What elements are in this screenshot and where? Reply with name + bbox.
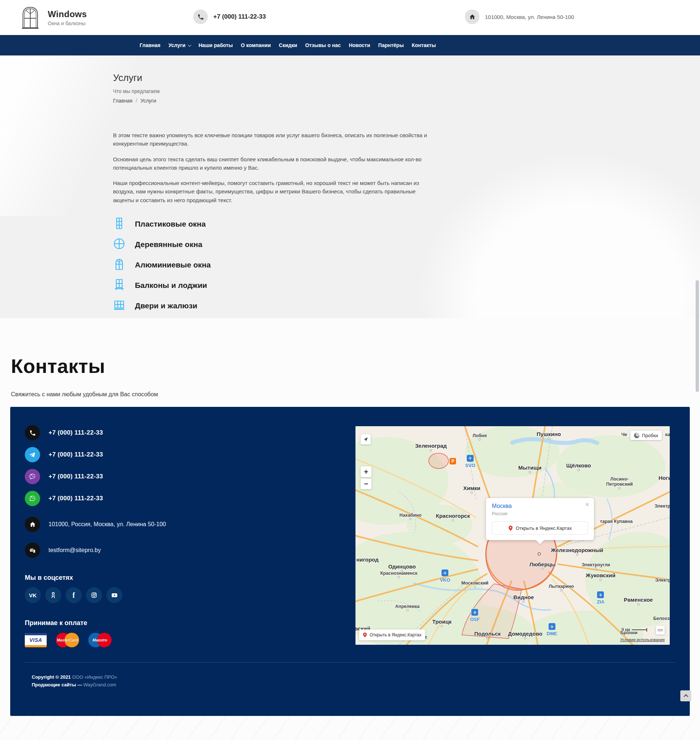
payment-title: Принимае к оплате	[25, 619, 265, 627]
viber-icon	[25, 469, 40, 484]
arch-window-icon	[113, 258, 125, 272]
nav-item-home[interactable]: Главная	[135, 42, 165, 48]
nav-item-contacts[interactable]: Контакты	[407, 42, 440, 48]
map-poi-badge: Р	[449, 458, 456, 465]
footer-copyright: Copyright © 2021 ООО «Индекс ПРО» Продаю…	[32, 673, 117, 689]
header-phone-number: +7 (000) 111-22-33	[213, 13, 266, 21]
close-icon[interactable]: ✕	[585, 501, 590, 508]
nav-item-partners[interactable]: Парнтёры	[374, 42, 407, 48]
map-city-label: нигород	[356, 556, 378, 563]
map-pin-icon	[508, 525, 513, 531]
map-city-label: Че	[621, 432, 627, 437]
map-city-label: Жуковский	[586, 572, 616, 581]
nav-item-about[interactable]: О компании	[237, 42, 275, 48]
service-item-aluminum-windows[interactable]: Алюминиевые окна	[113, 258, 587, 272]
nav-item-services[interactable]: Услуги	[165, 42, 195, 48]
odnoklassniki-icon[interactable]	[45, 587, 61, 603]
brand-subtitle: Окна и балконы	[48, 21, 87, 26]
main-nav: Главная Услуги Наши работы О компании Ск…	[0, 35, 700, 56]
window-logo-icon	[20, 4, 40, 31]
chevron-down-icon	[188, 43, 191, 47]
map-city-label: Лыткарино	[549, 584, 574, 591]
contact-address: 101000, Россия, Москва, ул. Ленина 50-10…	[25, 517, 265, 532]
ruler-button[interactable]	[656, 626, 665, 635]
nav-item-news[interactable]: Новости	[345, 42, 374, 48]
phone-icon	[25, 425, 40, 441]
popup-city-link[interactable]: Москва	[492, 503, 588, 509]
map-airport-osf: ✈OSF	[470, 609, 480, 622]
vk-icon[interactable]: VK	[25, 587, 41, 603]
map-city-label: Щёлково	[566, 462, 591, 471]
map-city-label: Домодедово	[508, 631, 542, 639]
facebook-icon[interactable]: f	[66, 587, 82, 603]
services-section: Услуги Что мы предлагаем Главная / Услуг…	[0, 56, 700, 318]
home-icon	[465, 9, 479, 24]
instagram-icon[interactable]	[86, 587, 102, 603]
map-city-label: тарая Купавна	[600, 519, 633, 524]
breadcrumb-separator: /	[135, 98, 137, 104]
map-city-label: Электро	[655, 578, 670, 583]
plane-icon: ✈	[597, 591, 604, 599]
map-city-label: Красногорск	[436, 513, 469, 522]
map-city-label: Лобня	[472, 433, 487, 441]
maestro-icon: Maestro	[88, 633, 112, 647]
map-city-label: Троицк	[432, 619, 452, 627]
contact-phone[interactable]: +7 (000) 111-22-33	[25, 425, 265, 441]
map-city-label: Люберцы	[529, 561, 556, 570]
map-city-label: Ногинс	[659, 475, 670, 481]
map-city-label: Краснознаменск	[380, 571, 418, 578]
map-city-label: Белоозёр	[653, 616, 670, 621]
yandex-map[interactable]: Зеленоград Лобня Пушкино Че ка Мытищи Щё…	[356, 426, 670, 645]
whatsapp-icon	[25, 491, 40, 506]
intro-paragraph: Основная цель этого текста сделать ваш с…	[113, 155, 434, 172]
map-airport-dme: ✈DME	[547, 623, 557, 636]
contact-list: +7 (000) 111-22-33 +7 (000) 111-22-33 +7…	[25, 425, 265, 647]
contact-telegram[interactable]: +7 (000) 111-22-33	[25, 447, 265, 462]
open-yandex-maps-button[interactable]: Открыть в Яндекс.Картах	[359, 629, 425, 640]
page-subtitle: Что мы предлагаем	[113, 88, 587, 94]
breadcrumb-home[interactable]: Главная	[113, 98, 132, 104]
mail-icon	[25, 542, 40, 558]
nav-item-works[interactable]: Наши работы	[194, 42, 237, 48]
contact-viber[interactable]: +7 (000) 111-22-33	[25, 469, 265, 484]
nav-item-reviews[interactable]: Отзывы о нас	[301, 42, 345, 48]
traffic-button[interactable]: Пробки	[630, 430, 662, 440]
map-terms-link[interactable]: Условия использования	[620, 637, 665, 642]
map-city-label: Подольск	[474, 631, 501, 639]
blinds-icon	[113, 299, 125, 313]
header-phone[interactable]: +7 (000) 111-22-33	[193, 9, 266, 24]
site-header: Windows Окна и балконы +7 (000) 111-22-3…	[0, 0, 700, 35]
contact-email[interactable]: testform@sitepro.by	[25, 542, 265, 558]
map-city-label: Апрелевка	[395, 604, 420, 612]
map-city-label: Пушкино	[537, 431, 561, 440]
service-item-wooden-windows[interactable]: Деревянные окна	[113, 237, 587, 252]
footer-agency-link[interactable]: WayGrand.com	[84, 682, 116, 687]
service-item-balconies[interactable]: Балконы и лоджии	[113, 278, 587, 293]
geolocation-button[interactable]	[360, 434, 371, 444]
scrollbar-thumb[interactable]	[696, 280, 699, 392]
breadcrumb: Главная / Услуги	[113, 98, 587, 104]
map-airport-vko: ✈VKO	[440, 569, 450, 583]
zoom-out-button[interactable]: −	[360, 478, 372, 489]
zoom-in-button[interactable]: +	[360, 466, 372, 477]
plane-icon: ✈	[466, 454, 474, 462]
map-pin-icon	[363, 632, 367, 637]
map-airport-svo: ✈SVO	[465, 454, 475, 468]
map-popup: Москва ✕ Россия Открыть в Яндекс.Картах	[486, 498, 594, 540]
service-item-doors-blinds[interactable]: Двери и жалюзи	[113, 298, 587, 313]
popup-open-maps-button[interactable]: Открыть в Яндекс.Картах	[492, 522, 588, 535]
contact-whatsapp[interactable]: +7 (000) 111-22-33	[25, 491, 265, 506]
social-links: VK f	[25, 587, 265, 603]
nav-item-discounts[interactable]: Скидки	[275, 42, 301, 48]
intro-text: В этом тексте важно упомянуть все ключев…	[113, 131, 434, 204]
youtube-icon[interactable]	[106, 587, 122, 603]
services-list: Пластиковые окна Деревянные окна	[113, 217, 587, 313]
plastic-window-icon	[113, 217, 125, 231]
service-item-plastic-windows[interactable]: Пластиковые окна	[113, 217, 587, 231]
brand[interactable]: Windows Окна и балконы	[20, 4, 87, 31]
scroll-to-top-button[interactable]	[680, 690, 691, 701]
map-city-label: Химки	[463, 485, 480, 494]
popup-country: Россия	[492, 511, 588, 516]
header-address-text: 101000, Москва, ул. Ленина 50-100	[485, 14, 574, 20]
intro-paragraph: В этом тексте важно упомянуть все ключев…	[113, 131, 434, 148]
